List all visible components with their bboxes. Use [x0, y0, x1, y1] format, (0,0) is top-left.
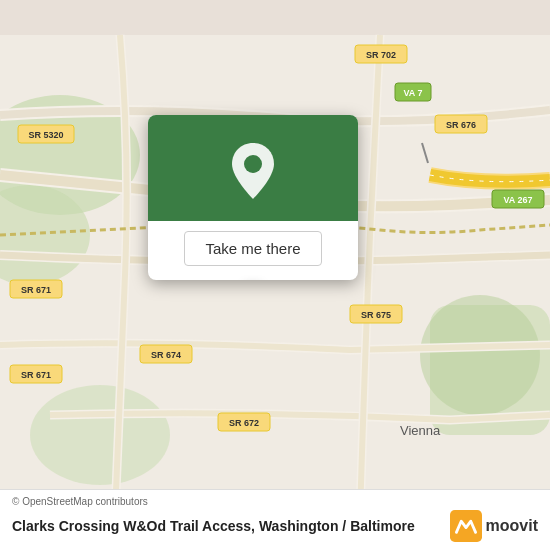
popup-green-area [148, 115, 358, 221]
popup-card: Take me there [148, 115, 358, 280]
svg-text:SR 671: SR 671 [21, 370, 51, 380]
attribution-text: © OpenStreetMap contributors [12, 496, 148, 507]
bottom-bar: © OpenStreetMap contributors Clarks Cros… [0, 489, 550, 550]
location-pin-icon [229, 143, 277, 199]
svg-point-29 [244, 155, 262, 173]
moovit-icon [450, 510, 482, 542]
svg-text:SR 676: SR 676 [446, 120, 476, 130]
svg-text:SR 671: SR 671 [21, 285, 51, 295]
map-container: SR 702 VA 7 SR 676 VA 267 SR 5320 SR 671… [0, 0, 550, 550]
moovit-logo: moovit [450, 510, 538, 542]
svg-text:SR 675: SR 675 [361, 310, 391, 320]
svg-point-4 [420, 295, 540, 415]
svg-text:SR 674: SR 674 [151, 350, 181, 360]
place-name: Clarks Crossing W&Od Trail Access, Washi… [12, 518, 450, 534]
svg-text:SR 672: SR 672 [229, 418, 259, 428]
svg-text:Vienna: Vienna [400, 423, 441, 438]
svg-text:SR 5320: SR 5320 [28, 130, 63, 140]
svg-text:VA 7: VA 7 [403, 88, 422, 98]
svg-point-5 [30, 385, 170, 485]
moovit-text: moovit [486, 517, 538, 535]
svg-text:SR 702: SR 702 [366, 50, 396, 60]
take-me-there-button[interactable]: Take me there [184, 231, 321, 266]
svg-text:VA 267: VA 267 [503, 195, 532, 205]
attribution: © OpenStreetMap contributors [12, 496, 538, 507]
popup-button-row: Take me there [148, 221, 358, 280]
place-name-row: Clarks Crossing W&Od Trail Access, Washi… [12, 510, 538, 542]
